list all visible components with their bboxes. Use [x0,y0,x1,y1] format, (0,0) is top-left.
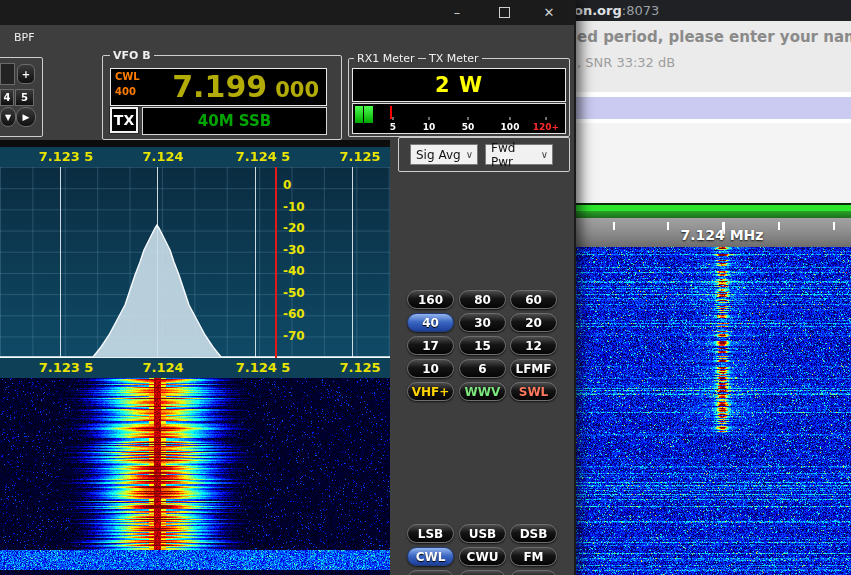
chevron-down-icon: ∨ [466,149,473,160]
frequency-scale-bottom[interactable]: 7.123 57.1247.124 57.125 [0,358,390,378]
rx-meter-select-value: Sig Avg [416,148,461,162]
band-button-6[interactable]: 6 [459,359,506,378]
band-button-20[interactable]: 20 [510,313,557,332]
vfo-mode-tag: CWL [115,71,140,82]
maximize-button[interactable] [487,0,521,25]
websdr-message: ed period, please enter your name [577,28,851,46]
screen: on.org:8073 ed period, please enter your… [0,0,851,575]
frequency-scale-top[interactable]: 7.123 57.1247.124 57.125 [0,147,390,167]
meter-scale-label: 100 [501,122,520,132]
band-mode-text: 40M SSB [198,112,271,130]
browser-tab-bar[interactable]: on.org:8073 [570,0,851,21]
band-button-12[interactable]: 12 [510,336,557,355]
db-scale-label: -40 [283,264,305,278]
band-button-vhfplus[interactable]: VHF+ [407,382,454,401]
freq-scale-label: 7.123 5 [39,149,94,164]
name-input-field[interactable] [570,97,851,119]
freq-scale-label: 7.124 [142,360,183,375]
meter-tick [510,117,511,120]
spectrum-trace [0,167,390,358]
mode-button-lsb[interactable]: LSB [407,524,454,543]
mode-button-partial[interactable] [510,570,557,575]
preset-4-button[interactable]: 4 [0,89,14,106]
band-button-80[interactable]: 80 [459,290,506,309]
display-top-border [0,140,390,147]
waterfall-top-bar [570,203,851,218]
mode-button-fm[interactable]: FM [510,547,557,566]
band-button-40[interactable]: 40 [407,313,454,332]
close-button[interactable]: ✕ [532,0,566,25]
meter-tick [468,117,469,120]
url-bar[interactable]: on.org:8073 [574,3,659,18]
dial-frequency-label: 7.124 MHz [681,227,764,243]
db-scale-label: -50 [283,286,305,300]
band-button-30[interactable]: 30 [459,313,506,332]
page-background [570,123,851,203]
rx1-meter-label: RX1 Meter [354,52,418,65]
close-icon: ✕ [544,5,555,20]
ruler-tick [833,222,835,230]
chevron-down-icon: ▼ [5,113,11,122]
band-button-swl[interactable]: SWL [510,382,557,401]
minimize-button[interactable]: – [440,0,474,25]
meter-green-segment [355,106,363,123]
tx-meter-label: TX Meter [426,52,482,65]
mode-button-usb[interactable]: USB [459,524,506,543]
band-button-160[interactable]: 160 [407,290,454,309]
bpf-label: BPF [14,31,35,44]
plus-button[interactable]: + [17,64,35,84]
tx-power-display: 2 W [352,68,566,102]
band-button-wwv[interactable]: WWV [459,382,506,401]
ruler-tick [778,222,780,230]
vfo-bandwidth-tag: 400 [115,86,136,97]
mode-button-cwu[interactable]: CWU [459,547,506,566]
mode-button-partial[interactable] [407,570,454,575]
freq-scale-label: 7.123 5 [39,360,94,375]
panadapter-waterfall-canvas[interactable] [0,378,390,575]
sdr-app-window: – ✕ BPF + 4 5 ▼ ▶ VFO B CWL 400 7.199 00… [0,0,576,575]
play-button[interactable]: ▶ [16,107,36,127]
band-mode-display: 40M SSB [142,107,327,135]
tx-button[interactable]: TX [110,107,138,133]
down-button[interactable]: ▼ [0,107,16,127]
tx-power-value: 2 W [435,73,483,97]
mode-button-partial[interactable] [459,570,506,575]
mini-display[interactable] [0,63,15,85]
frequency-digits: 7.199 000 [172,69,319,105]
tx-filter-cursor[interactable] [275,167,277,358]
minimize-icon: – [454,5,461,20]
vfo-b-group-label: VFO B [110,49,154,62]
mode-button-dsb[interactable]: DSB [510,524,557,543]
band-button-lfmf[interactable]: LFMF [510,359,557,378]
freq-scale-label: 7.125 [339,149,380,164]
url-port: :8073 [622,3,659,18]
meter-tick [429,117,430,120]
remote-waterfall-canvas[interactable] [570,247,851,575]
band-button-60[interactable]: 60 [510,290,557,309]
frequency-ruler[interactable]: 7.124 MHz [570,218,851,247]
plus-icon: + [22,69,30,80]
websdr-page: ed period, please enter your name , SNR … [570,21,851,575]
snr-readout: , SNR 33:32 dB [577,55,675,70]
spectrum-display[interactable]: 0-10-20-30-40-50-60-70 [0,167,390,358]
tx-meter-select[interactable]: Fwd Pwr∨ [485,144,553,165]
band-button-10[interactable]: 10 [407,359,454,378]
meter-scale-label: 50 [462,122,475,132]
meter-scale-label: 5 [390,122,396,132]
db-scale-label: 0 [283,178,291,192]
meter-green-segment [364,106,373,123]
freq-scale-label: 7.124 5 [236,360,291,375]
titlebar[interactable]: – ✕ [0,0,574,25]
meter-bar: 51050100120+ [352,103,566,134]
chevron-down-icon: ∨ [541,149,548,160]
ruler-tick [613,222,615,230]
frequency-display[interactable]: CWL 400 7.199 000 [110,68,327,106]
band-button-15[interactable]: 15 [459,336,506,355]
meter-tick [393,117,394,120]
mode-button-cwl[interactable]: CWL [407,547,454,566]
rx-meter-select[interactable]: Sig Avg∨ [410,144,478,165]
db-scale-label: -20 [283,221,305,235]
band-button-17[interactable]: 17 [407,336,454,355]
tx-meter-select-value: Fwd Pwr [491,141,541,169]
preset-5-button[interactable]: 5 [15,89,34,106]
